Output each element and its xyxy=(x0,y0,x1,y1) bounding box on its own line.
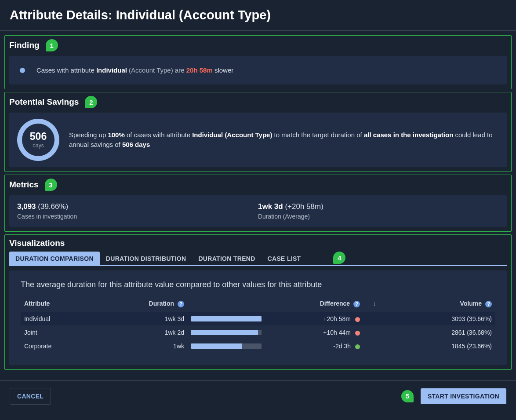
indicator-dot-icon xyxy=(355,344,360,349)
sv-t3: to match the target duration of xyxy=(272,131,363,139)
help-icon[interactable]: ? xyxy=(178,301,184,307)
table-row[interactable]: Joint 1wk 2d +10h 44m 2861 (36.68%) xyxy=(21,325,495,339)
callout-5: 5 xyxy=(401,390,414,402)
table-row[interactable]: Individual 1wk 3d +20h 58m 3093 (39.66%) xyxy=(21,312,495,325)
metric-duration-rest: (+20h 58m) xyxy=(283,202,323,211)
cell-duration: 1wk 3d xyxy=(100,312,188,325)
tab-duration-trend[interactable]: DURATION TREND xyxy=(192,252,261,266)
section-visualizations: Visualizations DURATION COMPARISON DURAT… xyxy=(4,234,512,370)
col-attribute[interactable]: Attribute xyxy=(21,297,100,312)
sort-down-icon: ↓ xyxy=(373,300,376,307)
col-bar xyxy=(188,297,267,312)
title-bar: Attribute Details: Individual (Account T… xyxy=(0,0,516,31)
metrics-heading: Metrics xyxy=(9,180,39,190)
cell-bar xyxy=(188,312,267,325)
bar-fill xyxy=(191,330,258,335)
diff-text: -2d 3h xyxy=(333,343,351,350)
viz-tabs: DURATION COMPARISON DURATION DISTRIBUTIO… xyxy=(9,252,507,266)
callout-4: 4 xyxy=(333,252,345,264)
finding-card: Cases with attribute Individual (Account… xyxy=(9,56,507,84)
cell-attribute: Corporate xyxy=(21,339,100,353)
metric-cases-value: 3,093 xyxy=(17,202,36,211)
bar-fill xyxy=(191,343,242,349)
footer-bar: CANCEL 5 START INVESTIGATION xyxy=(0,380,516,412)
sv-b3: all cases in the investigation xyxy=(364,131,453,139)
col-difference-label: Difference xyxy=(320,300,350,307)
col-volume[interactable]: Volume ? xyxy=(385,297,495,312)
finding-heading: Finding xyxy=(9,40,40,50)
indicator-dot-icon xyxy=(355,317,360,322)
tab-case-list[interactable]: CASE LIST xyxy=(262,252,307,266)
col-attribute-label: Attribute xyxy=(24,300,50,307)
start-investigation-button[interactable]: START INVESTIGATION xyxy=(421,388,506,404)
cell-duration: 1wk 2d xyxy=(100,325,188,339)
savings-ring-value: 506 xyxy=(30,131,47,142)
help-icon[interactable]: ? xyxy=(485,301,492,307)
finding-prefix: Cases with attribute xyxy=(36,66,96,74)
metric-duration-label: Duration (Average) xyxy=(258,213,499,220)
cell-difference: -2d 3h xyxy=(267,339,363,353)
sv-b2: Individual (Account Type) xyxy=(192,131,272,139)
table-row[interactable]: Corporate 1wk -2d 3h 1845 (23.66%) xyxy=(21,339,495,353)
finding-highlight: 20h 58m xyxy=(186,66,213,74)
cell-difference: +10h 44m xyxy=(267,325,363,339)
cell-attribute: Individual xyxy=(21,312,100,325)
savings-ring-unit: days xyxy=(33,142,44,149)
sv-t2: of cases with attribute xyxy=(125,131,192,139)
tab-duration-comparison[interactable]: DURATION COMPARISON xyxy=(9,252,100,266)
col-duration-label: Duration xyxy=(149,300,174,307)
cancel-button[interactable]: CANCEL xyxy=(10,388,51,405)
savings-heading: Potential Savings xyxy=(9,97,79,107)
cell-attribute: Joint xyxy=(21,325,100,339)
finding-paren: (Account Type) are xyxy=(127,66,186,74)
bar-fill xyxy=(191,316,262,321)
finding-suffix: slower xyxy=(213,66,234,74)
finding-text: Cases with attribute Individual (Account… xyxy=(36,66,233,74)
cell-volume: 2861 (36.68%) xyxy=(385,325,495,339)
col-difference[interactable]: Difference ? xyxy=(267,297,363,312)
finding-bold: Individual xyxy=(96,66,127,74)
comparison-table: Attribute Duration ? Difference ? ↓ Volu… xyxy=(21,297,495,353)
cell-volume: 1845 (23.66%) xyxy=(385,339,495,353)
metrics-card: 3,093 (39.66%) Cases in investigation 1w… xyxy=(9,195,507,227)
page-title: Attribute Details: Individual (Account T… xyxy=(10,8,506,22)
savings-ring-icon: 506 days xyxy=(17,119,59,161)
metric-cases: 3,093 (39.66%) Cases in investigation xyxy=(17,202,258,220)
metric-duration-value: 1wk 3d xyxy=(258,202,283,211)
cell-difference: +20h 58m xyxy=(267,312,363,325)
section-metrics: Metrics 3 3,093 (39.66%) Cases in invest… xyxy=(4,175,512,232)
help-icon[interactable]: ? xyxy=(353,301,360,307)
tab-duration-distribution[interactable]: DURATION DISTRIBUTION xyxy=(100,252,193,266)
callout-2: 2 xyxy=(85,96,97,108)
col-volume-label: Volume xyxy=(460,300,482,307)
indicator-dot-icon xyxy=(355,331,360,336)
metric-duration: 1wk 3d (+20h 58m) Duration (Average) xyxy=(258,202,499,220)
visualizations-heading: Visualizations xyxy=(9,238,65,248)
cell-bar xyxy=(188,339,267,353)
sv-b1: 100% xyxy=(108,131,124,139)
diff-text: +10h 44m xyxy=(323,329,351,336)
finding-bullet-icon xyxy=(20,68,25,73)
callout-1: 1 xyxy=(46,39,58,51)
sv-b4: 506 days xyxy=(122,141,150,148)
cell-volume: 3093 (39.66%) xyxy=(385,312,495,325)
metric-cases-rest: (39.66%) xyxy=(36,202,69,211)
viz-card: The average duration for this attribute … xyxy=(9,270,507,365)
savings-text: Speeding up 100% of cases with attribute… xyxy=(69,130,499,150)
col-sort[interactable]: ↓ xyxy=(363,297,385,312)
sv-t1: Speeding up xyxy=(69,131,108,139)
savings-card: 506 days Speeding up 100% of cases with … xyxy=(9,113,507,167)
section-finding: Finding 1 Cases with attribute Individua… xyxy=(4,35,512,89)
cell-bar xyxy=(188,325,267,339)
callout-3: 3 xyxy=(45,179,57,191)
metric-cases-label: Cases in investigation xyxy=(17,213,258,220)
cell-duration: 1wk xyxy=(100,339,188,353)
diff-text: +20h 58m xyxy=(323,315,351,322)
section-savings: Potential Savings 2 506 days Speeding up… xyxy=(4,92,512,172)
viz-description: The average duration for this attribute … xyxy=(21,280,495,289)
col-duration[interactable]: Duration ? xyxy=(100,297,188,312)
